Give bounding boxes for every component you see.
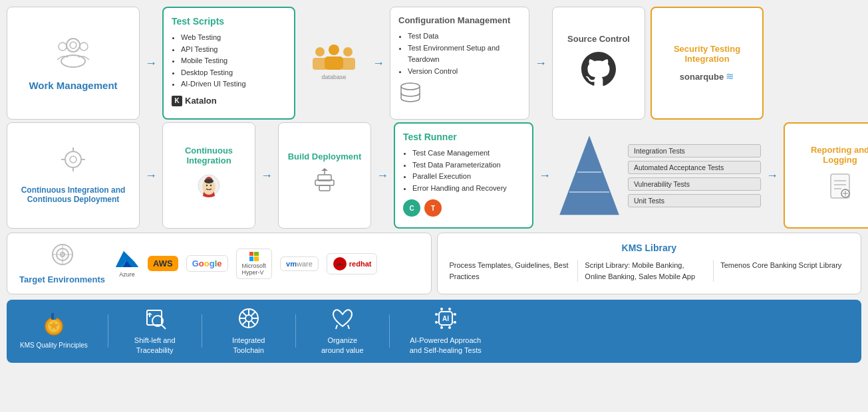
svg-line-72	[251, 321, 255, 325]
svg-point-66	[245, 315, 252, 322]
config-item: Test Environment Setup and Teardown	[408, 43, 521, 66]
kms-library-box: KMS Library Process Templates, Guideline…	[437, 233, 862, 294]
arrow-3: →	[535, 56, 547, 70]
azure-label: Azure	[119, 271, 135, 278]
test-runner-item: Test Case Management	[412, 148, 524, 159]
arrow-5: →	[261, 169, 273, 183]
test-runner-list: Test Case Management Test Data Parameter…	[403, 148, 524, 194]
test-scripts-item: Desktop Testing	[181, 67, 286, 79]
svg-rect-5	[315, 47, 325, 56]
divider-1	[108, 314, 108, 348]
shift-left-label: Shift-left andTraceability	[134, 336, 176, 356]
db-icon	[398, 82, 521, 108]
svg-point-0	[67, 39, 80, 52]
divider-4	[389, 314, 390, 348]
kms-col-2: Script Library: Mobile Banking, Online B…	[585, 260, 714, 282]
value-icon	[331, 306, 355, 333]
build-icon	[310, 168, 339, 199]
cicd-box: Continuous Integration and Continuous De…	[7, 122, 140, 229]
katalon-label: Katalon	[185, 96, 217, 106]
vmware-logo: vmware	[280, 257, 319, 271]
svg-point-26	[210, 184, 212, 185]
arrow-6: →	[376, 169, 388, 183]
build-deployment-box: Build Deployment	[278, 122, 371, 229]
svg-rect-29	[319, 185, 330, 191]
cicd-icon	[59, 148, 88, 180]
svg-point-13	[65, 152, 81, 167]
redhat-label: redhat	[349, 260, 372, 268]
svg-text:AI: AI	[442, 315, 449, 322]
test-scripts-item: AI-Driven UI Testing	[181, 78, 286, 90]
test-runner-box: Test Runner Test Case Management Test Da…	[394, 122, 533, 229]
arrow-8: →	[766, 169, 778, 183]
svg-line-73	[251, 312, 255, 316]
kms-quality-label: KMS Quality Principles	[20, 341, 88, 350]
arrow-7: →	[539, 169, 551, 183]
svg-point-25	[206, 184, 208, 185]
test-runner-item: Test Data Parameterization	[412, 159, 524, 171]
cucumber-icon: C	[403, 199, 420, 217]
target-env-title: Target Environments	[19, 274, 105, 284]
svg-rect-6	[329, 45, 339, 55]
unit-tests-label: Unit Tests	[628, 194, 761, 207]
quality-medal-item: KMS Quality Principles	[20, 312, 88, 350]
google-logo: Google	[186, 255, 228, 272]
source-control-title: Source Control	[567, 34, 630, 44]
svg-rect-58	[51, 313, 54, 320]
config-item: Version Control	[408, 66, 521, 78]
reporting-title: Reporting and Logging	[793, 145, 868, 165]
svg-rect-9	[325, 56, 343, 70]
reporting-icon	[825, 171, 855, 207]
config-mgmt-title: Configuration Management	[398, 15, 521, 25]
integration-tests-label: Integration Tests	[628, 144, 761, 157]
arrow-2: →	[372, 56, 384, 70]
test-scripts-title: Test Scripts	[172, 16, 286, 27]
svg-point-3	[59, 43, 67, 51]
mid-row: Continuous Integration and Continuous De…	[7, 122, 861, 229]
center-people-icon-area: database	[301, 41, 367, 86]
work-management-box: Work Management	[7, 7, 140, 120]
sonarqube-logo: sonarqube ≋	[680, 70, 734, 82]
svg-point-1	[70, 42, 76, 49]
jenkins-icon	[195, 172, 223, 206]
test-runner-title: Test Runner	[403, 132, 524, 142]
down-arrow-1: →	[145, 169, 157, 183]
kms-col-1: Process Templates, Guidelines, Best Prac…	[450, 260, 579, 282]
main-container: Work Management → Test Scripts Web Testi…	[0, 0, 868, 369]
target-environments-box: Target Environments Azure AWS	[7, 233, 432, 294]
toolchain-label: IntegratedToolchain	[232, 336, 265, 356]
vmware-label: vm	[286, 260, 297, 268]
svg-point-4	[80, 43, 88, 51]
test-pyramid-svg	[556, 132, 623, 219]
test-runner-item: Error Handling and Recovery	[412, 183, 524, 195]
kms-col-3: Temenos Core Banking Script Library	[720, 260, 849, 282]
ci-title: Continuous Integration	[171, 146, 247, 165]
kms-library-title: KMS Library	[450, 243, 849, 253]
source-control-box: Source Control	[552, 7, 645, 120]
runner-logos: C T	[403, 199, 524, 217]
svg-line-74	[242, 321, 246, 325]
target-icon	[51, 243, 74, 272]
redhat-logo: redhat	[327, 253, 378, 274]
svg-rect-27	[204, 179, 214, 183]
katalon-logo: K Katalon	[172, 96, 286, 106]
kms-library-content: Process Templates, Guidelines, Best Prac…	[450, 260, 849, 282]
ms-grid-icon	[249, 252, 259, 261]
svg-marker-33	[559, 136, 619, 215]
arrow-1: →	[145, 56, 157, 70]
svg-text:database: database	[321, 74, 346, 80]
config-mgmt-list: Test Data Test Environment Setup and Tea…	[398, 31, 521, 77]
env-logos: Azure AWS Google	[114, 249, 377, 279]
security-testing-box: Security Testing Integration sonarqube ≋	[651, 7, 764, 120]
reporting-box: Reporting and Logging	[784, 122, 868, 229]
ai-label: AI-Powered Approachand Self-healing Test…	[410, 336, 482, 356]
toolchain-icon	[237, 306, 261, 333]
azure-logo: Azure	[114, 250, 140, 278]
sonar-wave-icon: ≋	[726, 70, 734, 82]
work-management-title: Work Management	[29, 80, 117, 91]
vulnerability-tests-label: Vulnerability Tests	[628, 177, 761, 191]
svg-point-53	[337, 265, 343, 268]
security-testing-title: Security Testing Integration	[660, 44, 754, 64]
bottom-section: Target Environments Azure AWS	[7, 233, 861, 294]
ai-icon: AI	[434, 306, 458, 333]
